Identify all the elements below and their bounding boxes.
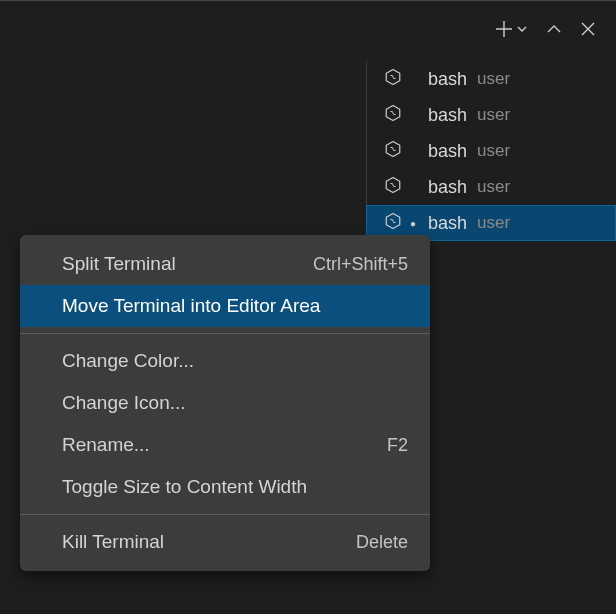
bash-icon xyxy=(384,68,402,90)
menu-item[interactable]: Kill TerminalDelete xyxy=(20,521,430,563)
chevron-down-icon xyxy=(516,23,528,35)
terminal-tab[interactable]: ●bashuser xyxy=(366,61,616,97)
maximize-panel-button[interactable] xyxy=(546,21,562,37)
bash-icon xyxy=(384,176,402,194)
chevron-up-icon xyxy=(546,21,562,37)
bash-icon xyxy=(384,212,402,230)
terminal-tab[interactable]: ●bashuser xyxy=(366,169,616,205)
menu-item-label: Toggle Size to Content Width xyxy=(62,476,307,498)
terminal-name: bash xyxy=(428,177,467,198)
bash-icon xyxy=(384,104,402,126)
new-terminal-dropdown[interactable] xyxy=(516,23,528,35)
bash-icon xyxy=(384,68,402,86)
terminal-tab[interactable]: ●bashuser xyxy=(366,133,616,169)
menu-divider xyxy=(20,333,430,334)
plus-icon xyxy=(494,19,514,39)
new-terminal-button[interactable] xyxy=(494,19,514,39)
context-menu: Split TerminalCtrl+Shift+5Move Terminal … xyxy=(20,235,430,571)
terminal-description: user xyxy=(477,69,510,89)
menu-item-label: Rename... xyxy=(62,434,150,456)
menu-item-label: Kill Terminal xyxy=(62,531,164,553)
bash-icon xyxy=(384,104,402,122)
menu-item[interactable]: Rename...F2 xyxy=(20,424,430,466)
menu-item[interactable]: Change Color... xyxy=(20,340,430,382)
terminal-description: user xyxy=(477,105,510,125)
menu-item-shortcut: Delete xyxy=(356,532,408,553)
menu-item-label: Change Icon... xyxy=(62,392,186,414)
menu-item-shortcut: F2 xyxy=(387,435,408,456)
menu-item[interactable]: Move Terminal into Editor Area xyxy=(20,285,430,327)
terminal-tabs-list: ●bashuser●bashuser●bashuser●bashuser●bas… xyxy=(366,61,616,241)
panel-toolbar xyxy=(494,19,596,39)
menu-item-label: Move Terminal into Editor Area xyxy=(62,295,320,317)
bash-icon xyxy=(384,176,402,198)
menu-item[interactable]: Change Icon... xyxy=(20,382,430,424)
bash-icon xyxy=(384,212,402,234)
menu-item-label: Change Color... xyxy=(62,350,194,372)
close-icon xyxy=(580,21,596,37)
menu-item-label: Split Terminal xyxy=(62,253,176,275)
terminal-name: bash xyxy=(428,69,467,90)
menu-item-shortcut: Ctrl+Shift+5 xyxy=(313,254,408,275)
terminal-description: user xyxy=(477,177,510,197)
bash-icon xyxy=(384,140,402,162)
menu-divider xyxy=(20,514,430,515)
bash-icon xyxy=(384,140,402,158)
terminal-name: bash xyxy=(428,213,467,234)
dirty-indicator-icon: ● xyxy=(410,218,416,229)
terminal-description: user xyxy=(477,141,510,161)
close-panel-button[interactable] xyxy=(580,21,596,37)
menu-item[interactable]: Split TerminalCtrl+Shift+5 xyxy=(20,243,430,285)
new-terminal-group xyxy=(494,19,528,39)
terminal-tab[interactable]: ●bashuser xyxy=(366,97,616,133)
menu-item[interactable]: Toggle Size to Content Width xyxy=(20,466,430,508)
terminal-name: bash xyxy=(428,141,467,162)
terminal-name: bash xyxy=(428,105,467,126)
terminal-description: user xyxy=(477,213,510,233)
